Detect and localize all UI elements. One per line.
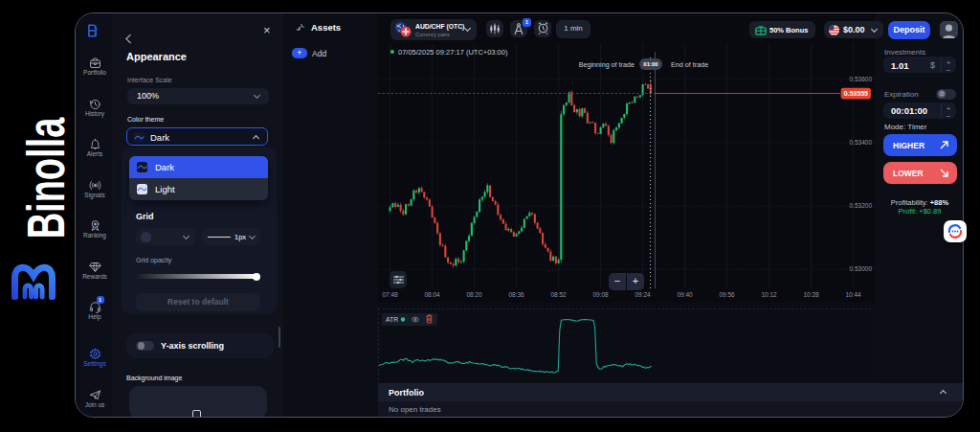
svg-text:08:52: 08:52 (550, 291, 567, 298)
svg-text:0.53600: 0.53600 (850, 76, 873, 82)
svg-text:Beginning of trade: Beginning of trade (579, 60, 635, 69)
svg-text:09:24: 09:24 (635, 291, 651, 298)
svg-text:07/05/2025 09:27:17 (UTC+03:00: 07/05/2025 09:27:17 (UTC+03:00) (398, 48, 508, 57)
svg-text:0.53000: 0.53000 (850, 265, 873, 272)
svg-text:09:08: 09:08 (592, 291, 609, 298)
svg-text:ATR: ATR (386, 316, 398, 323)
svg-text:09:56: 09:56 (719, 291, 735, 298)
svg-text:0.53200: 0.53200 (850, 202, 873, 209)
svg-text:End of trade: End of trade (671, 60, 708, 69)
svg-text:08:04: 08:04 (424, 291, 440, 298)
svg-text:01:00: 01:00 (643, 61, 658, 67)
svg-text:08:36: 08:36 (508, 291, 524, 298)
svg-text:10:12: 10:12 (761, 291, 777, 298)
svg-text:0.53555: 0.53555 (844, 90, 868, 97)
svg-text:10:44: 10:44 (845, 291, 861, 298)
svg-text:0.53400: 0.53400 (850, 139, 873, 146)
svg-text:07:48: 07:48 (382, 291, 398, 298)
svg-text:10:28: 10:28 (803, 291, 819, 298)
svg-text:08:20: 08:20 (466, 291, 482, 298)
svg-text:09:40: 09:40 (677, 291, 693, 298)
